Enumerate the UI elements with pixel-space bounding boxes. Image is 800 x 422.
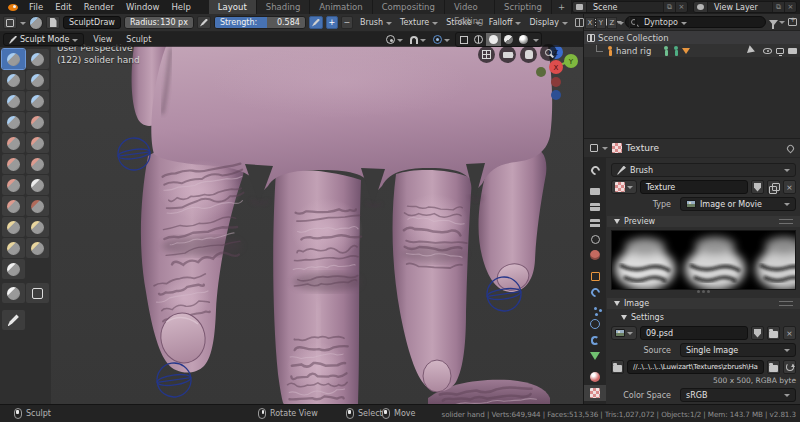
properties-tab-output[interactable] xyxy=(584,199,606,215)
camera-view-button[interactable] xyxy=(499,46,516,63)
properties-tab-render[interactable] xyxy=(584,183,606,199)
mirror-z-toggle[interactable]: Z xyxy=(607,17,617,29)
properties-tab-material[interactable] xyxy=(584,369,606,385)
texture-browse-button[interactable] xyxy=(611,180,637,194)
shading-solid-button[interactable] xyxy=(486,33,501,46)
fake-user-button[interactable] xyxy=(751,180,764,194)
tab-shading[interactable]: Shading xyxy=(257,0,311,14)
active-brush-thumbnail[interactable] xyxy=(29,16,43,30)
brush-thumb-button[interactable] xyxy=(2,217,25,237)
viewport-disable-icon[interactable] xyxy=(776,48,784,54)
properties-tab-object[interactable] xyxy=(584,268,606,284)
selectable-toggle-icon[interactable] xyxy=(747,45,760,56)
properties-tab-physics[interactable] xyxy=(584,316,606,332)
popover-texture[interactable]: Texture xyxy=(396,16,442,29)
mirror-x-toggle[interactable]: X xyxy=(585,17,595,29)
menu-file[interactable]: File xyxy=(23,0,49,14)
brush-rotate-button[interactable] xyxy=(2,238,25,258)
image-fake-user-button[interactable] xyxy=(751,326,764,340)
view-layer-new-button[interactable]: ⧉ xyxy=(772,2,784,12)
copy-datablock-button[interactable] xyxy=(767,180,780,194)
image-browse-button[interactable] xyxy=(611,326,637,340)
menu-render[interactable]: Render xyxy=(78,0,120,14)
brush-inflate-button[interactable] xyxy=(26,91,49,111)
blender-logo-icon[interactable] xyxy=(5,2,20,13)
tab-compositing[interactable]: Compositing xyxy=(373,0,445,14)
brush-snake-hook-button[interactable] xyxy=(26,196,49,216)
brush-flatten-button[interactable] xyxy=(26,133,49,153)
tab-scripting[interactable]: Scripting xyxy=(495,0,552,14)
properties-tab-modifiers[interactable] xyxy=(584,284,606,300)
popover-falloff[interactable]: Falloff xyxy=(485,16,526,29)
properties-tab-world[interactable] xyxy=(584,247,606,263)
browse-path-button[interactable] xyxy=(767,360,780,374)
radius-slider[interactable]: Radius: 130 px xyxy=(124,16,194,29)
texture-name-field[interactable]: Texture xyxy=(640,180,748,194)
menu-view[interactable]: View xyxy=(88,35,117,44)
unlink-texture-button[interactable]: × xyxy=(783,180,796,194)
brush-clay-strips-button[interactable] xyxy=(26,70,49,90)
ortho-grid-button[interactable] xyxy=(478,46,495,63)
shading-rendered-button[interactable] xyxy=(516,33,531,46)
texture-preview[interactable] xyxy=(611,230,796,290)
filepath-field[interactable]: //..\..\..\..\Luwizart\Textures\zbrush\H… xyxy=(627,360,764,374)
properties-tab-texture[interactable] xyxy=(584,385,606,401)
reload-image-button[interactable] xyxy=(783,360,796,374)
source-dropdown[interactable]: Single Image xyxy=(680,343,796,357)
popover-display[interactable]: Display xyxy=(525,16,572,29)
filebrowser-button[interactable] xyxy=(611,360,624,374)
editor-type-icon[interactable] xyxy=(590,144,598,152)
brush-slide-relax-button[interactable] xyxy=(26,238,49,258)
brush-name-field[interactable]: SculptDraw xyxy=(63,16,121,29)
menu-window[interactable]: Window xyxy=(120,0,166,14)
image-panel-header[interactable]: Image xyxy=(607,298,800,309)
unlink-image-button[interactable]: × xyxy=(783,326,796,340)
new-collection-button[interactable] xyxy=(788,18,797,26)
outliner-row-scene-collection[interactable]: Scene Collection xyxy=(584,31,800,44)
view-layer-selector[interactable]: View Layer ⧉ × xyxy=(693,1,797,13)
brush-grab-button[interactable] xyxy=(26,175,49,195)
texture-type-dropdown[interactable]: Image or Movie xyxy=(680,197,796,211)
brush-annotate-button[interactable] xyxy=(2,310,25,330)
snap-dropdown[interactable] xyxy=(408,35,428,45)
brush-draw-sharp-button[interactable] xyxy=(26,49,49,69)
radius-pressure-button[interactable] xyxy=(197,16,211,29)
brush-draw-button[interactable] xyxy=(2,49,25,69)
pin-icon[interactable] xyxy=(786,143,796,153)
colorspace-dropdown[interactable]: sRGB xyxy=(680,388,796,402)
scene-selector[interactable]: Scene ⧉ × xyxy=(572,1,688,13)
menu-edit[interactable]: Edit xyxy=(49,0,77,14)
add-button[interactable]: + xyxy=(326,16,338,29)
preview-resize-handle[interactable] xyxy=(611,290,796,293)
brush-elastic-deform-button[interactable] xyxy=(2,196,25,216)
brush-clay-button[interactable] xyxy=(2,70,25,90)
strength-pressure-button[interactable] xyxy=(309,16,323,29)
viewport-canvas[interactable]: Z X Y xyxy=(0,14,583,404)
mirror-y-toggle[interactable]: Y xyxy=(596,17,606,29)
brush-pinch-button[interactable] xyxy=(2,175,25,195)
brush-smooth-button[interactable] xyxy=(2,133,25,153)
menu-sculpt[interactable]: Sculpt xyxy=(121,35,156,44)
properties-tab-data[interactable] xyxy=(584,348,606,364)
dyntopo-popover[interactable]: Dyntopo xyxy=(640,16,691,29)
subtract-button[interactable]: − xyxy=(341,16,353,29)
scene-new-button[interactable]: ⧉ xyxy=(663,2,675,12)
shading-material-button[interactable] xyxy=(501,33,516,46)
properties-tab-tool[interactable] xyxy=(584,162,606,178)
orientation-dropdown[interactable] xyxy=(384,35,405,45)
zoom-view-button[interactable] xyxy=(540,44,557,61)
viewport-3d[interactable]: Z X Y Sculpt Mode View Sculpt xyxy=(0,14,583,404)
brush-simplify-button[interactable] xyxy=(2,259,25,279)
brush-fill-button[interactable] xyxy=(2,154,25,174)
brush-blob-button[interactable] xyxy=(2,112,25,132)
pan-view-button[interactable] xyxy=(520,46,537,63)
tab-animation[interactable]: Animation xyxy=(310,0,372,14)
preview-panel-header[interactable]: Preview xyxy=(607,216,800,227)
tab-layout[interactable]: Layout xyxy=(209,0,257,14)
browse-brush-button[interactable] xyxy=(46,16,60,29)
properties-tab-scene[interactable] xyxy=(584,231,606,247)
strength-slider[interactable]: Strength: 0.584 xyxy=(214,16,306,29)
tab-video-editing[interactable]: Video Editing xyxy=(445,0,495,14)
brush-mask-button[interactable] xyxy=(2,283,25,303)
outliner-row-hand-rig[interactable]: hand rig xyxy=(584,44,800,57)
